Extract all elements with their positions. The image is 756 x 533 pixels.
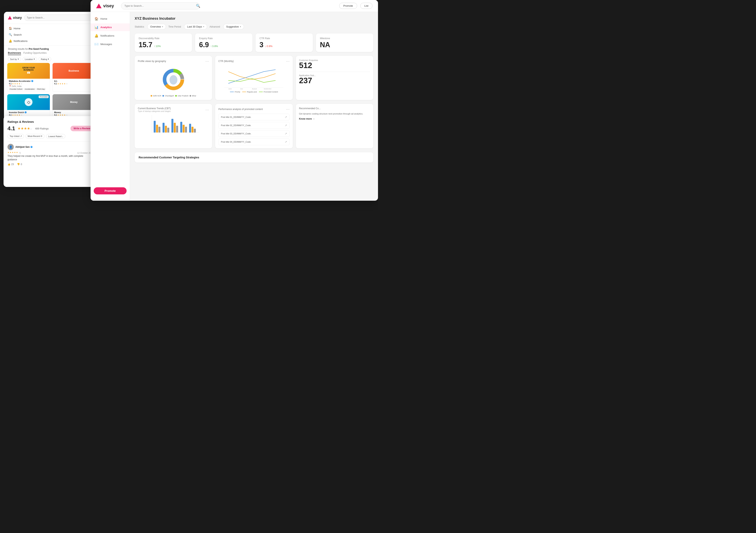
- nav-item-notifications[interactable]: 🔔 Notifications: [7, 38, 95, 43]
- filter-row: Sort by ▾ Location ▾ Rating ▾: [4, 57, 98, 63]
- thumb-up-icon: 👍: [8, 163, 11, 166]
- chart-more-icon-0[interactable]: ⋯: [205, 59, 209, 63]
- metric-label-1: Enquiry Rate: [199, 37, 249, 40]
- sidebar-item-notifications[interactable]: 🔔 Notifications: [91, 32, 130, 39]
- list-button-main[interactable]: List: [360, 3, 372, 9]
- line-legend-0: Priority: [230, 91, 240, 93]
- chart-more-icon-2[interactable]: ⋯: [205, 108, 209, 112]
- advanced-label: Advanced: [209, 25, 220, 28]
- home-icon: 🏠: [9, 27, 12, 30]
- promo-item-3[interactable]: Post title 04_DD/MM/YY_Code. ↗: [218, 139, 289, 145]
- promote-button-main[interactable]: Promote: [339, 3, 357, 9]
- sidebar-label-messages: Messages: [100, 43, 112, 46]
- review-rating-row: ★★★★★ 5 12 October 2024: [8, 151, 93, 154]
- tab-funding[interactable]: Funding Opportunities: [23, 52, 47, 55]
- listing-img-3: Money: [53, 94, 95, 110]
- ratings-title: Ratings & Reviews: [8, 120, 93, 123]
- metrics-row: Discoverability Rate 15.7 ↑ 10% Enquiry …: [135, 34, 373, 52]
- know-more-button[interactable]: Know more →: [299, 117, 370, 120]
- location-filter[interactable]: Location ▾: [23, 57, 37, 61]
- customer-enquiries-section: Customer Enquiries 512: [299, 59, 370, 69]
- listing-name-1: A.I.: [54, 80, 94, 82]
- nav-item-search[interactable]: 🔍 Search: [7, 32, 95, 37]
- dislike-button[interactable]: 👎 0: [17, 163, 22, 166]
- review-stars: ★★★★★: [8, 151, 18, 153]
- sidebar-home-icon: 🏠: [94, 17, 98, 21]
- application-sub-section: Application Sub... 237: [299, 72, 370, 85]
- bar-chart-svg: [139, 115, 208, 135]
- listing-card-1[interactable]: Business A.I. 4.1 ★★★★★: [52, 63, 95, 92]
- search-panel: visey 🏠 Home 🔍 Search 🔔 Notifications Sh…: [4, 12, 98, 134]
- listing-card-0[interactable]: GROW YOURBUSINESS 🕶 Makabou Accelerator …: [7, 63, 50, 92]
- listing-name-0: Makabou Accelerator ✓: [9, 80, 48, 82]
- thumb-down-icon: 👎: [17, 163, 20, 166]
- external-link-icon-1[interactable]: ↗: [285, 124, 287, 127]
- metric-value-row-2: 3 ↓ 0.9%: [259, 41, 309, 48]
- sidebar-promote-button[interactable]: Promote: [94, 187, 126, 194]
- write-review-button[interactable]: Write a Review: [70, 126, 93, 131]
- recommended-title: Recommended Co...: [299, 107, 370, 110]
- line-chart-legend: Priority Regular post Promoted Content: [218, 91, 289, 93]
- chart-card-promo: Performance analysis of promoted content…: [215, 104, 293, 148]
- chevron-down-icon-stats: ▾: [162, 26, 163, 28]
- legend-item-3: Bihar: [190, 95, 196, 97]
- verified-icon-2: ✓: [25, 111, 27, 113]
- bar-chart-area: [138, 115, 209, 135]
- advanced-dropdown[interactable]: Suggestive ▾: [223, 24, 244, 30]
- metric-value-2: 3: [259, 41, 263, 48]
- external-link-icon-0[interactable]: ↗: [285, 115, 287, 119]
- line-chart-area: June July August September: [218, 66, 289, 89]
- statistics-dropdown[interactable]: Overview ▾: [147, 24, 166, 30]
- promo-item-1[interactable]: Post title 02_DD/MM/YY_Code. ↗: [218, 122, 289, 129]
- ratings-panel: Ratings & Reviews 4.1 ★★★★★ 489 Ratings …: [4, 116, 97, 187]
- nav-item-home[interactable]: 🏠 Home: [7, 26, 95, 31]
- sidebar-item-messages[interactable]: ✉️ Messages: [91, 40, 130, 48]
- promo-item-0[interactable]: Post title 01_DD/MM/YY_Code. ↗: [218, 114, 289, 120]
- external-link-icon-3[interactable]: ↗: [285, 140, 287, 143]
- tab-businesses[interactable]: Businesses: [8, 52, 21, 55]
- sidebar-item-analytics[interactable]: 📊 Analytics: [91, 23, 130, 31]
- chart-title-ctr: CTR (Monthly) ⋯: [218, 59, 289, 63]
- filter-top-voted[interactable]: Top-Voted ↗: [8, 134, 24, 139]
- search-input-main[interactable]: [121, 2, 200, 10]
- overall-stars: ★★★★★: [17, 126, 32, 131]
- line-legend-dot-2: [259, 92, 263, 92]
- search-input-small[interactable]: [24, 14, 94, 21]
- donut-legend: Delhi NCR Chandigarh Uttar Pradesh: [150, 95, 196, 97]
- metric-value-row-3: NA: [320, 41, 369, 48]
- results-label: Showing results for Pre-Seed Funding: [4, 46, 98, 52]
- filter-lowest-rated[interactable]: Lowest Rated ↓: [46, 134, 66, 139]
- time-period-label: Time Period: [168, 25, 181, 28]
- line-legend-dot-0: [230, 92, 234, 92]
- svg-rect-16: [163, 123, 165, 133]
- metric-value-row-1: 6.9 ↑ 3.8%: [199, 41, 249, 48]
- logo-triangle-icon: [8, 16, 12, 19]
- chart-title-promo: Performance analysis of promoted content…: [218, 107, 289, 111]
- search-icon-main: 🔍: [196, 4, 200, 8]
- sidebar-label-home: Home: [100, 17, 107, 20]
- like-button[interactable]: 👍 23: [8, 163, 14, 166]
- reviewer-row: 👤 Abhijeet Sen ✓ ⋮: [8, 144, 93, 150]
- metric-card-3: Milestone NA: [316, 34, 373, 52]
- arrow-up-icon-1: ↑: [210, 45, 212, 48]
- chevron-down-icon-adv: ▾: [240, 26, 241, 28]
- rating-filter[interactable]: Rating ▾: [39, 57, 51, 61]
- listing-img-1: Business: [53, 63, 95, 79]
- promo-item-2[interactable]: Post title 03_DD/MM/YY_Code. ↗: [218, 130, 289, 137]
- chart-more-icon-3[interactable]: ⋯: [286, 107, 290, 111]
- external-link-icon-2[interactable]: ↗: [285, 132, 287, 135]
- nav-label-notifications: Notifications: [14, 39, 28, 42]
- filter-most-recent[interactable]: Most-Recent ⟳: [26, 134, 44, 139]
- application-sub-value: 237: [299, 77, 370, 85]
- sort-by-filter[interactable]: Sort by ▾: [8, 57, 21, 61]
- time-period-dropdown[interactable]: Last 30 Days ▾: [184, 24, 207, 30]
- sidebar-analytics-icon: 📊: [94, 25, 98, 29]
- legend-dot-1: [162, 95, 164, 97]
- sidebar-item-home[interactable]: 🏠 Home: [91, 15, 130, 23]
- listing-name-2: Investor Dutch ✓: [9, 111, 48, 114]
- recommended-card: Recommended Co... Get dynamic costing st…: [296, 104, 373, 148]
- analytics-main: XYZ Business Incubator Statistics Overvi…: [130, 12, 378, 201]
- verified-icon-0: ✓: [31, 80, 33, 82]
- chart-more-icon-1[interactable]: ⋯: [286, 59, 290, 63]
- charts-row-2: Current Business Trends (CBT) Type of st…: [135, 104, 373, 148]
